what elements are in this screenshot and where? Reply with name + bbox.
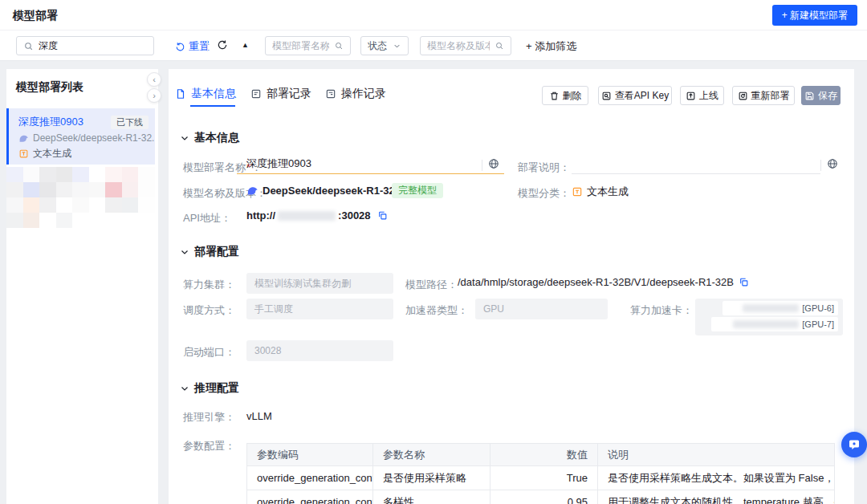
port-input-disabled: 30028 (246, 340, 393, 361)
status-badge: 已下线 (111, 116, 149, 129)
cluster-input-disabled: 模型训练测试集群勿删 (246, 273, 393, 294)
redeploy-icon (738, 91, 748, 101)
doc-log-icon (325, 88, 336, 100)
online-button[interactable]: 上线 (680, 86, 724, 105)
schedule-label: 调度方式： (183, 303, 235, 318)
api-address-value: http:// :30028 (246, 209, 388, 222)
gpu-card-chip: [GPU-6] (722, 301, 838, 315)
assistant-fab[interactable] (841, 432, 867, 457)
field-divider (482, 160, 482, 171)
search-input[interactable] (39, 40, 147, 51)
refresh-icon[interactable] (217, 39, 228, 51)
panel-collapse-right-icon[interactable]: › (147, 88, 161, 103)
model-path-label: 模型路径： (405, 278, 458, 292)
section-inference-config[interactable]: 推理配置 (180, 381, 239, 396)
delete-button[interactable]: 删除 (542, 86, 588, 105)
doc-icon (175, 88, 186, 100)
deploy-name-underline (237, 173, 504, 174)
save-icon (804, 91, 815, 101)
section-deploy-config[interactable]: 部署配置 (180, 245, 239, 259)
text-generation-icon (572, 186, 583, 197)
whale-model-icon (246, 185, 258, 197)
filter-toolbar: 重置 ▲ 状态 + 添加筛选 (0, 30, 867, 61)
section-chevron-icon (180, 247, 189, 257)
whale-model-icon (18, 133, 29, 144)
full-model-badge: 完整模型 (392, 183, 443, 198)
page-title: 模型部署 (13, 9, 58, 23)
accelerator-input-disabled: GPU (475, 299, 608, 319)
add-filter-link[interactable]: + 添加筛选 (526, 39, 576, 54)
table-row: override_generation_confi... 多样性 0.95 用于… (247, 490, 834, 504)
category-value: 文本生成 (572, 185, 629, 199)
deployment-name: 深度推理0903 (18, 115, 83, 129)
search-icon (495, 41, 504, 51)
save-button[interactable]: 保存 (801, 86, 841, 105)
section-chevron-icon (180, 133, 189, 143)
tab-operation-records[interactable]: 操作记录 (325, 87, 386, 101)
panel-collapse-left-icon[interactable]: ‹ (147, 72, 161, 87)
redacted-node-name (733, 320, 799, 328)
text-generation-icon (18, 148, 29, 159)
cluster-label: 算力集群： (183, 278, 235, 292)
globe-icon[interactable] (488, 158, 499, 169)
view-api-key-button[interactable]: 查看API Key (598, 86, 672, 105)
model-version-filter-input[interactable] (427, 40, 490, 51)
trash-icon (549, 91, 560, 101)
deploy-name-input[interactable] (246, 157, 475, 169)
accelerator-cards-label: 算力加速卡： (630, 303, 693, 318)
redeploy-button[interactable]: 重新部署 (732, 86, 795, 105)
search-icon (334, 41, 344, 51)
reset-icon (175, 42, 185, 52)
table-row: override_generation_confi... 是否使用采样策略 Tr… (247, 465, 834, 490)
accelerator-cards-box: [GPU-6] [GPU-7] (695, 299, 843, 335)
gpu-card-chip: [GPU-7] (711, 317, 838, 331)
deployment-model: DeepSeek/deepseek-R1-32... (33, 132, 155, 144)
port-label: 启动端口： (183, 345, 235, 360)
toolbar-divider (207, 40, 208, 51)
accelerator-label: 加速器类型： (405, 303, 468, 318)
tab-deploy-records[interactable]: 部署记录 (250, 87, 311, 101)
api-address-label: API地址： (183, 211, 231, 226)
section-chevron-icon (180, 384, 189, 393)
params-table: 参数编码 参数名称 数值 说明 override_generation_conf… (246, 443, 835, 504)
active-tab-underline (190, 105, 235, 107)
field-divider (820, 160, 821, 171)
category-label: 模型分类： (518, 186, 570, 201)
params-table-header: 参数编码 参数名称 数值 说明 (247, 444, 834, 465)
copy-icon[interactable] (377, 210, 388, 221)
search-box[interactable] (16, 36, 154, 55)
redacted-node-name (743, 304, 799, 312)
model-path-value: /data/hmlp/storage/deepseek-R1-32B/V1/de… (458, 276, 749, 288)
api-key-icon (601, 91, 612, 101)
engine-value: vLLM (246, 410, 272, 422)
engine-label: 推理引擎： (183, 410, 235, 425)
redacted-host (278, 211, 336, 221)
search-icon (23, 41, 34, 51)
app-header: 模型部署 + 新建模型部署 (0, 0, 867, 30)
deployment-category: 文本生成 (33, 147, 71, 161)
desc-label: 部署说明： (518, 161, 570, 175)
blurred-deployment-list-item[interactable] (6, 167, 155, 228)
desc-input[interactable] (572, 157, 804, 169)
copy-icon[interactable] (739, 277, 749, 287)
deployment-list-item-selected[interactable]: 深度推理0903 已下线 DeepSeek/deepseek-R1-32... … (6, 108, 155, 165)
doc-history-icon (250, 88, 262, 100)
deploy-name-filter-input[interactable] (272, 40, 329, 51)
tab-basic-info[interactable]: 基本信息 (175, 87, 236, 101)
reset-filters-link[interactable]: 重置 (175, 39, 210, 54)
deployment-list-title: 模型部署列表 (16, 80, 83, 95)
go-online-icon (686, 91, 696, 101)
deploy-name-filter[interactable] (265, 36, 351, 55)
globe-icon[interactable] (827, 158, 838, 169)
assistant-icon (847, 437, 861, 452)
schedule-input-disabled: 手工调度 (246, 299, 393, 319)
params-label: 参数配置： (183, 439, 235, 453)
section-basic-info[interactable]: 基本信息 (180, 131, 239, 145)
model-version-filter[interactable] (420, 36, 511, 55)
status-select[interactable]: 状态 (360, 36, 409, 55)
deployment-list-panel: 模型部署列表 深度推理0903 已下线 DeepSeek/deepseek-R1… (6, 69, 158, 504)
chevron-down-icon (393, 42, 401, 51)
new-deployment-button[interactable]: + 新建模型部署 (772, 5, 857, 26)
collapse-filters-icon[interactable]: ▲ (242, 41, 249, 49)
desc-underline (572, 173, 820, 174)
